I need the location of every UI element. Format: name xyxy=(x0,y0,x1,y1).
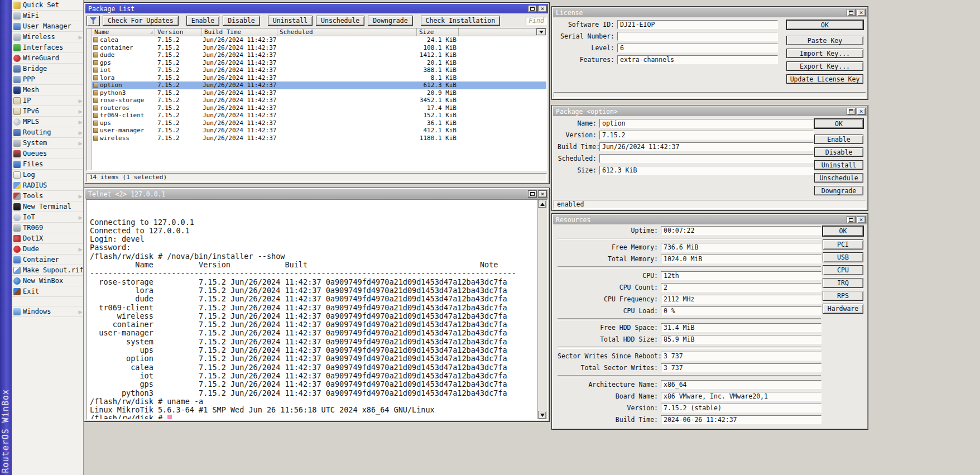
column-header-scheduled[interactable]: Scheduled xyxy=(277,28,417,36)
enable-button[interactable]: Enable xyxy=(814,135,863,144)
scroll-up-button[interactable] xyxy=(538,200,546,208)
table-row[interactable]: tr069-client7.15.2Jun/26/2024 11:42:3715… xyxy=(92,112,546,119)
sidebar-item-make-supout-rif[interactable]: Make Supout.rif xyxy=(12,265,83,276)
sidebar-item-user-manager[interactable]: User Manager xyxy=(12,21,83,32)
find-input[interactable]: Find xyxy=(526,17,547,25)
sidebar-item-iot[interactable]: IoT▶ xyxy=(12,212,83,223)
close-button[interactable]: × xyxy=(857,108,866,115)
update-license-key-button[interactable]: Update License Key xyxy=(786,74,863,84)
sidebar-item-ipv6[interactable]: IPv6▶ xyxy=(12,106,83,117)
table-row[interactable]: option7.15.2Jun/26/2024 11:42:37612.3 Ki… xyxy=(92,81,546,89)
disable-button[interactable]: Disable xyxy=(814,147,863,157)
package-option-titlebar[interactable]: Package <option> × xyxy=(553,107,867,116)
ok-button[interactable]: OK xyxy=(823,226,863,236)
sidebar-item-dude[interactable]: Dude▶ xyxy=(12,244,83,255)
sidebar-item-exit[interactable]: Exit xyxy=(12,286,83,297)
field-value[interactable]: 612.3 KiB xyxy=(599,166,814,175)
downgrade-button[interactable]: Downgrade xyxy=(814,186,863,195)
downgrade-button[interactable]: Downgrade xyxy=(368,16,412,26)
table-row[interactable]: rose-storage7.15.2Jun/26/2024 11:42:3734… xyxy=(92,97,546,104)
column-header-size[interactable]: Size xyxy=(417,28,459,36)
table-row[interactable]: dude7.15.2Jun/26/2024 11:42:371412.1 KiB xyxy=(92,51,546,59)
field-value[interactable]: 12th xyxy=(661,271,822,280)
resources-titlebar[interactable]: Resources × xyxy=(553,215,867,224)
sidebar-item-ppp[interactable]: PPP xyxy=(12,74,83,85)
sidebar-item-mpls[interactable]: MPLS▶ xyxy=(12,117,83,127)
uninstall-button[interactable]: Uninstall xyxy=(814,160,863,170)
table-row[interactable]: routeros7.15.2Jun/26/2024 11:42:3717.4 M… xyxy=(92,104,546,112)
pci-button[interactable]: PCI xyxy=(823,239,863,250)
license-titlebar[interactable]: License × xyxy=(553,8,867,17)
close-button[interactable]: × xyxy=(857,9,866,16)
field-value[interactable]: 85.9 MiB xyxy=(661,335,822,344)
irq-button[interactable]: IRQ xyxy=(823,278,863,288)
field-value[interactable]: 00:07:22 xyxy=(661,226,822,235)
field-value[interactable]: extra-channels xyxy=(617,55,778,64)
close-button[interactable]: × xyxy=(538,5,547,12)
sidebar-item-new-terminal[interactable]: New Terminal xyxy=(12,201,83,212)
cpu-button[interactable]: CPU xyxy=(823,265,863,275)
terminal[interactable]: Connecting to 127.0.0.1 Connected to 127… xyxy=(86,199,547,420)
maximize-button[interactable] xyxy=(528,5,537,12)
field-value[interactable]: 736.6 MiB xyxy=(661,243,822,252)
paste-key-button[interactable]: Paste Key xyxy=(786,36,863,45)
field-value[interactable]: x86_64 xyxy=(661,380,822,389)
table-row[interactable]: calea7.15.2Jun/26/2024 11:42:3724.1 KiB xyxy=(92,36,546,44)
sidebar-item-quick-set[interactable]: Quick Set xyxy=(12,0,83,11)
field-value[interactable]: Jun/26/2024 11:42:37 xyxy=(599,142,814,151)
check-installation-button[interactable]: Check Installation xyxy=(421,16,501,26)
unschedule-button[interactable]: Unschedule xyxy=(316,16,364,26)
maximize-button[interactable] xyxy=(847,216,856,223)
table-row[interactable]: wireless7.15.2Jun/26/2024 11:42:371180.1… xyxy=(92,135,546,142)
sidebar-item-queues[interactable]: Queues xyxy=(12,148,83,159)
sidebar-item-wireguard[interactable]: WireGuard xyxy=(12,53,83,64)
field-value[interactable]: 7.15.2 (stable) xyxy=(661,404,822,412)
sidebar-item-container[interactable]: Container xyxy=(12,255,83,265)
table-row[interactable]: python37.15.2Jun/26/2024 11:42:3720.9 Mi… xyxy=(92,89,546,97)
table-row[interactable]: iot7.15.2Jun/26/2024 11:42:37388.1 KiB xyxy=(92,66,546,74)
column-header-name[interactable]: Name xyxy=(92,28,155,36)
import-key-button[interactable]: Import Key... xyxy=(786,49,863,58)
column-select-button[interactable] xyxy=(536,28,546,35)
sidebar-item-dot1x[interactable]: Dot1X xyxy=(12,233,83,244)
table-row[interactable]: gps7.15.2Jun/26/2024 11:42:3720.1 KiB xyxy=(92,59,546,67)
close-button[interactable]: × xyxy=(857,216,866,223)
sidebar-item-ip[interactable]: IP▶ xyxy=(12,95,83,106)
sidebar-item-tools[interactable]: Tools▶ xyxy=(12,191,83,201)
field-value[interactable]: option xyxy=(599,119,814,128)
sidebar-item-radius[interactable]: RADIUS xyxy=(12,180,83,191)
sidebar-item-wireless[interactable]: Wireless▶ xyxy=(12,32,83,42)
sidebar-item-system[interactable]: System▶ xyxy=(12,138,83,148)
package-list-titlebar[interactable]: Package List × xyxy=(85,4,548,13)
table-row[interactable]: user-manager7.15.2Jun/26/2024 11:42:3741… xyxy=(92,127,546,135)
filter-button[interactable] xyxy=(87,16,100,26)
sidebar-item-interfaces[interactable]: Interfaces xyxy=(12,42,83,53)
field-value[interactable]: 0 % xyxy=(661,306,822,315)
field-value[interactable]: 3 737 xyxy=(661,352,822,361)
table-row[interactable]: ups7.15.2Jun/26/2024 11:42:3736.1 KiB xyxy=(92,119,546,127)
uninstall-button[interactable]: Uninstall xyxy=(268,16,313,26)
sidebar-item-wifi[interactable]: WiFi xyxy=(12,11,83,21)
field-value[interactable]: x86 VMware, Inc. VMware20,1 xyxy=(661,392,822,401)
sidebar-item-files[interactable]: Files xyxy=(12,159,83,170)
field-value[interactable]: 1024.0 MiB xyxy=(661,255,822,263)
field-value[interactable] xyxy=(599,154,814,163)
field-value[interactable]: 2112 MHz xyxy=(661,295,822,304)
sidebar-item-mesh[interactable]: Mesh xyxy=(12,85,83,95)
unschedule-button[interactable]: Unschedule xyxy=(814,173,863,183)
usb-button[interactable]: USB xyxy=(823,252,863,262)
table-row[interactable]: lora7.15.2Jun/26/2024 11:42:378.1 KiB xyxy=(92,74,546,82)
field-value[interactable]: 3 737 xyxy=(661,363,822,372)
column-header-version[interactable]: Version xyxy=(155,28,202,36)
field-value[interactable]: DJ21-EIQP xyxy=(617,20,778,29)
field-value[interactable]: 31.4 MiB xyxy=(661,323,822,332)
hardware-button[interactable]: Hardware xyxy=(823,304,863,314)
export-key-button[interactable]: Export Key... xyxy=(786,61,863,71)
sidebar-item-bridge[interactable]: Bridge xyxy=(12,64,83,74)
maximize-button[interactable] xyxy=(847,108,856,115)
column-header-build-time[interactable]: Build Time xyxy=(202,28,277,36)
field-value[interactable]: 6 xyxy=(617,44,778,52)
telnet-titlebar[interactable]: Telnet <2> 127.0.0.1 × xyxy=(85,189,548,199)
ok-button[interactable]: OK xyxy=(814,119,863,128)
ok-button[interactable]: OK xyxy=(786,20,863,30)
